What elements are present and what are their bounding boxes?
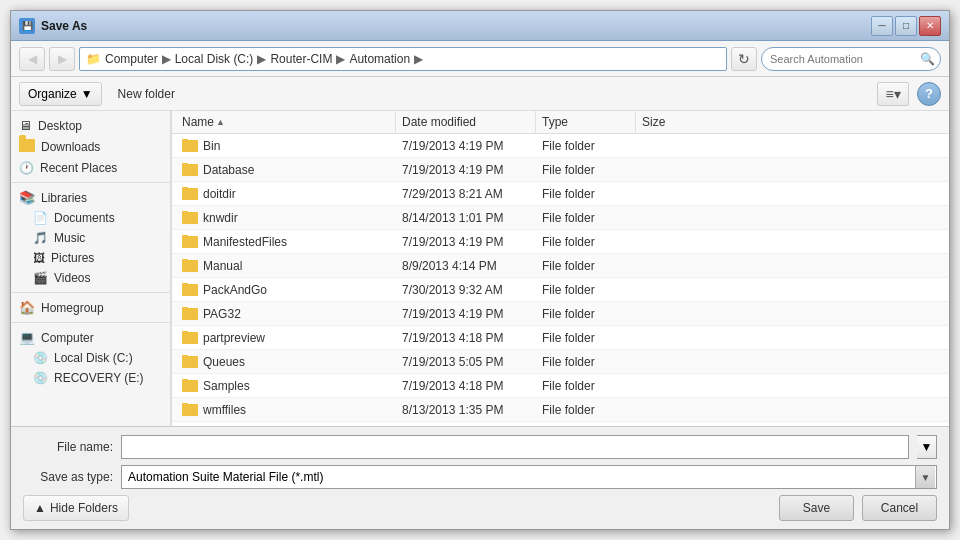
file-date-cell: 7/19/2013 4:19 PM	[396, 235, 536, 249]
table-row[interactable]: Bin 7/19/2013 4:19 PM File folder	[172, 134, 949, 158]
sidebar-item-label: Music	[54, 231, 85, 245]
recent-places-icon: 🕐	[19, 161, 34, 175]
folder-icon	[182, 164, 198, 176]
title-bar-icon: 💾	[19, 18, 35, 34]
folder-icon	[182, 308, 198, 320]
column-header-date[interactable]: Date modified	[396, 111, 536, 133]
sidebar-item-label: Pictures	[51, 251, 94, 265]
file-date-cell: 7/19/2013 4:19 PM	[396, 139, 536, 153]
table-row[interactable]: partpreview 7/19/2013 4:18 PM File folde…	[172, 326, 949, 350]
table-row[interactable]: Manual 8/9/2013 4:14 PM File folder	[172, 254, 949, 278]
cancel-button[interactable]: Cancel	[862, 495, 937, 521]
table-row[interactable]: doitdir 7/29/2013 8:21 AM File folder	[172, 182, 949, 206]
refresh-button[interactable]: ↻	[731, 47, 757, 71]
table-row[interactable]: Samples 7/19/2013 4:18 PM File folder	[172, 374, 949, 398]
savetype-value: Automation Suite Material File (*.mtl)	[128, 470, 323, 484]
content-area: 🖥 Desktop Downloads 🕐 Recent Places 📚 Li…	[11, 111, 949, 426]
documents-icon: 📄	[33, 211, 48, 225]
computer-icon: 💻	[19, 330, 35, 345]
file-type-cell: File folder	[536, 163, 636, 177]
table-row[interactable]: knwdir 8/14/2013 1:01 PM File folder	[172, 206, 949, 230]
file-type-cell: File folder	[536, 355, 636, 369]
title-bar-text: Save As	[41, 19, 871, 33]
desktop-icon: 🖥	[19, 118, 32, 133]
close-button[interactable]: ✕	[919, 16, 941, 36]
column-header-size[interactable]: Size	[636, 111, 716, 133]
filename-input[interactable]	[121, 435, 909, 459]
savetype-dropdown[interactable]: Automation Suite Material File (*.mtl) ▼	[121, 465, 937, 489]
column-header-type[interactable]: Type	[536, 111, 636, 133]
file-date-cell: 7/30/2013 9:32 AM	[396, 283, 536, 297]
sidebar-item-pictures[interactable]: 🖼 Pictures	[11, 248, 170, 268]
organize-button[interactable]: Organize ▼	[19, 82, 102, 106]
sidebar-group-computer[interactable]: 💻 Computer	[11, 327, 170, 348]
sidebar-group-libraries[interactable]: 📚 Libraries	[11, 187, 170, 208]
file-name-cell: PAG32	[176, 307, 396, 321]
address-path[interactable]: 📁 Computer ▶ Local Disk (C:) ▶ Router-CI…	[79, 47, 727, 71]
libraries-icon: 📚	[19, 190, 35, 205]
sidebar-item-local-disk[interactable]: 💿 Local Disk (C:)	[11, 348, 170, 368]
view-button[interactable]: ≡▾	[877, 82, 909, 106]
sidebar-item-downloads[interactable]: Downloads	[11, 136, 170, 158]
file-name-cell: wmffiles	[176, 403, 396, 417]
title-bar-buttons: ─ □ ✕	[871, 16, 941, 36]
file-name-cell: Manual	[176, 259, 396, 273]
file-name-cell: Bin	[176, 139, 396, 153]
file-name-cell: ManifestedFiles	[176, 235, 396, 249]
action-buttons: Save Cancel	[779, 495, 937, 521]
sidebar-divider-1	[11, 182, 170, 183]
sidebar-item-label: Desktop	[38, 119, 82, 133]
minimize-button[interactable]: ─	[871, 16, 893, 36]
sidebar-item-documents[interactable]: 📄 Documents	[11, 208, 170, 228]
sidebar-item-recovery[interactable]: 💿 RECOVERY (E:)	[11, 368, 170, 388]
file-date-cell: 7/19/2013 4:18 PM	[396, 379, 536, 393]
sidebar-item-recent-places[interactable]: 🕐 Recent Places	[11, 158, 170, 178]
folder-icon	[182, 260, 198, 272]
sidebar-item-music[interactable]: 🎵 Music	[11, 228, 170, 248]
file-type-cell: File folder	[536, 211, 636, 225]
folder-icon	[182, 284, 198, 296]
filename-label: File name:	[23, 440, 113, 454]
file-name-cell: Queues	[176, 355, 396, 369]
sidebar-divider-2	[11, 292, 170, 293]
folder-icon	[182, 212, 198, 224]
file-type-cell: File folder	[536, 403, 636, 417]
file-type-cell: File folder	[536, 307, 636, 321]
file-date-cell: 7/19/2013 4:18 PM	[396, 331, 536, 345]
back-button[interactable]: ◀	[19, 47, 45, 71]
folder-icon	[182, 140, 198, 152]
forward-button[interactable]: ▶	[49, 47, 75, 71]
maximize-button[interactable]: □	[895, 16, 917, 36]
toolbar: Organize ▼ New folder ≡▾ ?	[11, 77, 949, 111]
file-type-cell: File folder	[536, 331, 636, 345]
music-icon: 🎵	[33, 231, 48, 245]
file-name-cell: doitdir	[176, 187, 396, 201]
column-header-name[interactable]: Name ▲	[176, 111, 396, 133]
sidebar-item-videos[interactable]: 🎬 Videos	[11, 268, 170, 288]
file-type-cell: File folder	[536, 379, 636, 393]
table-row[interactable]: Queues 7/19/2013 5:05 PM File folder	[172, 350, 949, 374]
file-name-cell: PackAndGo	[176, 283, 396, 297]
file-date-cell: 7/19/2013 4:19 PM	[396, 163, 536, 177]
table-row[interactable]: PackAndGo 7/30/2013 9:32 AM File folder	[172, 278, 949, 302]
table-row[interactable]: ManifestedFiles 7/19/2013 4:19 PM File f…	[172, 230, 949, 254]
hide-folders-button[interactable]: ▲ Hide Folders	[23, 495, 129, 521]
file-name-cell: Samples	[176, 379, 396, 393]
sidebar-item-homegroup[interactable]: 🏠 Homegroup	[11, 297, 170, 318]
file-type-cell: File folder	[536, 235, 636, 249]
videos-icon: 🎬	[33, 271, 48, 285]
search-input[interactable]	[761, 47, 941, 71]
file-list-container: Name ▲ Date modified Type Size Bin 7/1	[171, 111, 949, 426]
help-button[interactable]: ?	[917, 82, 941, 106]
table-row[interactable]: Database 7/19/2013 4:19 PM File folder	[172, 158, 949, 182]
sidebar-item-label: Recent Places	[40, 161, 117, 175]
save-button[interactable]: Save	[779, 495, 854, 521]
recovery-disk-icon: 💿	[33, 371, 48, 385]
sidebar-item-desktop[interactable]: 🖥 Desktop	[11, 115, 170, 136]
new-folder-button[interactable]: New folder	[110, 82, 183, 106]
filename-dropdown-arrow[interactable]: ▼	[917, 435, 937, 459]
table-row[interactable]: PAG32 7/19/2013 4:19 PM File folder	[172, 302, 949, 326]
table-row[interactable]: wmffiles 8/13/2013 1:35 PM File folder	[172, 398, 949, 422]
file-type-cell: File folder	[536, 139, 636, 153]
file-list-header: Name ▲ Date modified Type Size	[172, 111, 949, 134]
